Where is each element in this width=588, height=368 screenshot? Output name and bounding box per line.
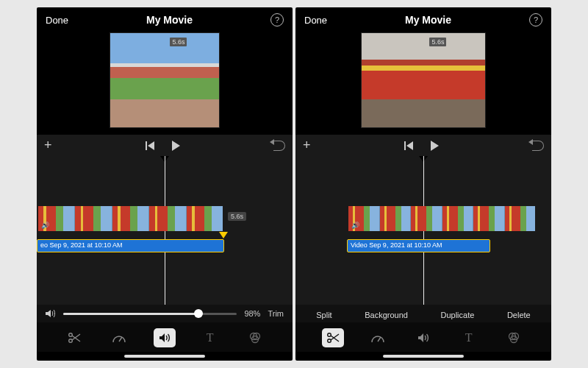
skip-to-start-button[interactable] xyxy=(146,141,154,150)
preview-area: 5.6s xyxy=(37,29,293,134)
audio-clip[interactable]: eo Sep 9, 2021 at 10:10 AM xyxy=(37,239,224,252)
preview-area: 5.6s xyxy=(295,29,551,134)
clip-duration-badge: 5.6s xyxy=(228,212,246,221)
done-button[interactable]: Done xyxy=(46,15,68,26)
help-button[interactable]: ? xyxy=(270,13,284,26)
volume-icon xyxy=(46,309,56,318)
home-indicator[interactable] xyxy=(383,355,464,358)
project-title: My Movie xyxy=(405,14,451,26)
play-button[interactable] xyxy=(172,141,180,151)
speed-tool[interactable] xyxy=(108,328,130,347)
tool-dock: T xyxy=(37,322,293,352)
volume-slider[interactable] xyxy=(63,313,237,315)
text-tool[interactable]: T xyxy=(199,328,221,347)
video-clip[interactable]: 🔊 xyxy=(347,205,537,233)
home-indicator[interactable] xyxy=(124,355,205,358)
split-button[interactable]: Split xyxy=(316,311,331,319)
timeline[interactable]: 🔊 Video Sep 9, 2021 at 10:10 AM xyxy=(295,156,551,305)
volume-percent: 98% xyxy=(244,309,260,318)
svg-point-1 xyxy=(68,339,72,343)
background-button[interactable]: Background xyxy=(365,311,408,319)
preview-thumbnail[interactable]: 5.6s xyxy=(361,32,486,128)
add-media-button[interactable]: + xyxy=(44,138,52,153)
project-title: My Movie xyxy=(146,14,193,26)
clip-audio-icon: 🔊 xyxy=(41,222,49,229)
duplicate-button[interactable]: Duplicate xyxy=(440,311,474,319)
svg-point-6 xyxy=(327,339,331,343)
svg-point-5 xyxy=(327,333,331,337)
transport-bar: + xyxy=(37,134,293,156)
clip-audio-icon: 🔊 xyxy=(351,222,359,229)
video-clip[interactable]: 🔊 xyxy=(37,205,224,233)
duration-badge: 5.6s xyxy=(429,38,446,46)
delete-button[interactable]: Delete xyxy=(507,311,531,319)
add-media-button[interactable]: + xyxy=(303,138,311,153)
slider-knob[interactable] xyxy=(194,309,203,318)
undo-button[interactable] xyxy=(273,141,285,151)
filters-tool[interactable] xyxy=(503,328,525,347)
text-tool[interactable]: T xyxy=(458,328,480,347)
editor-screen-actions: Done My Movie ? 5.6s + 🔊 Video Sep 9, 2 xyxy=(295,7,551,361)
duration-badge: 5.6s xyxy=(170,38,187,46)
timeline[interactable]: 🔊 5.6s eo Sep 9, 2021 at 10:10 AM xyxy=(37,156,293,305)
svg-point-0 xyxy=(68,333,72,337)
clip-actions: Split Background Duplicate Delete xyxy=(295,305,551,322)
undo-button[interactable] xyxy=(532,141,544,151)
filters-tool[interactable] xyxy=(244,328,266,347)
trim-label[interactable]: Trim xyxy=(268,309,284,318)
volume-row: 98% Trim xyxy=(37,305,293,322)
audio-tool[interactable] xyxy=(154,328,176,347)
help-button[interactable]: ? xyxy=(529,13,542,26)
audio-clip[interactable]: Video Sep 9, 2021 at 10:10 AM xyxy=(347,239,490,252)
audio-tool[interactable] xyxy=(412,328,434,347)
transport-bar: + xyxy=(295,134,551,156)
speed-tool[interactable] xyxy=(367,328,389,347)
play-button[interactable] xyxy=(431,141,439,151)
editor-screen-audio: Done My Movie ? 5.6s + 🔊 5.6s xyxy=(37,7,293,361)
tool-dock: T xyxy=(295,322,551,352)
skip-to-start-button[interactable] xyxy=(404,141,413,150)
preview-thumbnail[interactable]: 5.6s xyxy=(110,32,220,128)
header: Done My Movie ? xyxy=(295,7,551,29)
done-button[interactable]: Done xyxy=(304,15,327,26)
scissors-tool[interactable] xyxy=(63,328,85,347)
trim-handle-icon[interactable] xyxy=(219,232,228,238)
header: Done My Movie ? xyxy=(37,7,293,29)
scissors-tool[interactable] xyxy=(322,328,344,347)
